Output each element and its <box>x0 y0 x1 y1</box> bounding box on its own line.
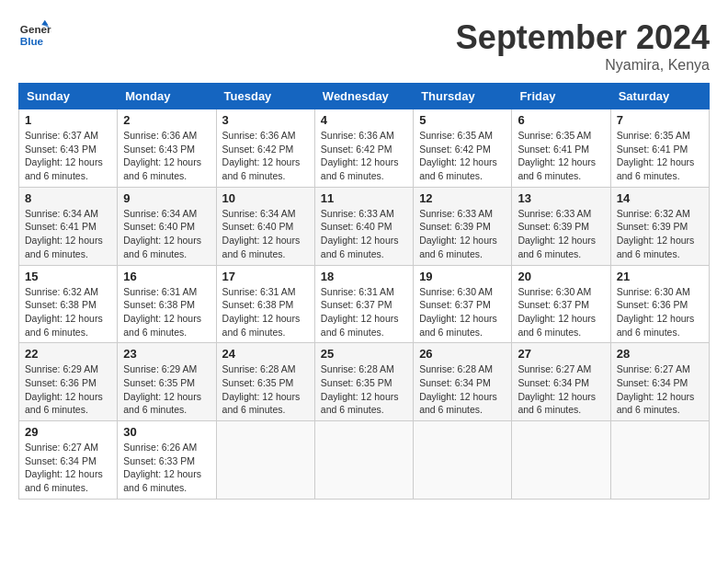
location: Nyamira, Kenya <box>456 57 710 74</box>
day-number: 29 <box>25 425 111 439</box>
day-info: Sunrise: 6:27 AMSunset: 6:34 PMDaylight:… <box>518 362 604 417</box>
day-info: Sunrise: 6:31 AMSunset: 6:38 PMDaylight:… <box>123 285 210 339</box>
table-row <box>512 421 610 500</box>
table-row: 12 Sunrise: 6:33 AMSunset: 6:39 PMDaylig… <box>414 187 512 265</box>
table-row: 21 Sunrise: 6:30 AMSunset: 6:36 PMDaylig… <box>610 265 709 343</box>
table-row <box>216 421 314 500</box>
day-number: 25 <box>321 347 407 361</box>
day-number: 21 <box>617 270 703 283</box>
day-number: 20 <box>518 270 604 283</box>
day-number: 8 <box>25 191 111 205</box>
table-row: 17 Sunrise: 6:31 AMSunset: 6:38 PMDaylig… <box>216 265 314 343</box>
table-row: 10 Sunrise: 6:34 AMSunset: 6:40 PMDaylig… <box>216 187 314 265</box>
table-row: 26 Sunrise: 6:28 AMSunset: 6:34 PMDaylig… <box>414 343 512 421</box>
calendar-week-row: 15 Sunrise: 6:32 AMSunset: 6:38 PMDaylig… <box>19 265 710 343</box>
day-number: 15 <box>25 270 111 283</box>
day-info: Sunrise: 6:31 AMSunset: 6:37 PMDaylight:… <box>321 285 407 339</box>
day-number: 22 <box>25 347 111 361</box>
table-row: 28 Sunrise: 6:27 AMSunset: 6:34 PMDaylig… <box>610 343 709 421</box>
day-number: 16 <box>123 270 210 283</box>
day-info: Sunrise: 6:37 AMSunset: 6:43 PMDaylight:… <box>25 129 111 183</box>
day-number: 1 <box>25 113 111 127</box>
table-row: 15 Sunrise: 6:32 AMSunset: 6:38 PMDaylig… <box>19 265 118 343</box>
day-info: Sunrise: 6:36 AMSunset: 6:43 PMDaylight:… <box>123 129 210 183</box>
day-number: 19 <box>419 270 506 283</box>
table-row <box>314 421 413 500</box>
day-number: 17 <box>222 270 309 283</box>
col-wednesday: Wednesday <box>314 84 413 109</box>
day-info: Sunrise: 6:26 AMSunset: 6:33 PMDaylight:… <box>123 441 210 495</box>
day-info: Sunrise: 6:27 AMSunset: 6:34 PMDaylight:… <box>617 362 703 417</box>
day-info: Sunrise: 6:30 AMSunset: 6:37 PMDaylight:… <box>518 285 604 339</box>
day-number: 14 <box>617 191 703 205</box>
day-number: 6 <box>518 113 604 127</box>
day-info: Sunrise: 6:36 AMSunset: 6:42 PMDaylight:… <box>321 129 407 183</box>
col-tuesday: Tuesday <box>216 84 314 109</box>
table-row: 14 Sunrise: 6:32 AMSunset: 6:39 PMDaylig… <box>610 187 709 265</box>
table-row: 6 Sunrise: 6:35 AMSunset: 6:41 PMDayligh… <box>512 109 610 188</box>
table-row: 11 Sunrise: 6:33 AMSunset: 6:40 PMDaylig… <box>314 187 413 265</box>
table-row: 19 Sunrise: 6:30 AMSunset: 6:37 PMDaylig… <box>414 265 512 343</box>
table-row: 18 Sunrise: 6:31 AMSunset: 6:37 PMDaylig… <box>314 265 413 343</box>
table-row: 20 Sunrise: 6:30 AMSunset: 6:37 PMDaylig… <box>512 265 610 343</box>
calendar-table: Sunday Monday Tuesday Wednesday Thursday… <box>18 83 710 500</box>
page-header: General Blue September 2024 Nyamira, Ken… <box>18 18 710 74</box>
table-row: 5 Sunrise: 6:35 AMSunset: 6:42 PMDayligh… <box>414 109 512 188</box>
table-row: 8 Sunrise: 6:34 AMSunset: 6:41 PMDayligh… <box>19 187 118 265</box>
table-row: 24 Sunrise: 6:28 AMSunset: 6:35 PMDaylig… <box>216 343 314 421</box>
table-row: 1 Sunrise: 6:37 AMSunset: 6:43 PMDayligh… <box>19 109 118 188</box>
col-friday: Friday <box>512 84 610 109</box>
table-row: 29 Sunrise: 6:27 AMSunset: 6:34 PMDaylig… <box>19 421 118 500</box>
day-number: 5 <box>419 113 506 127</box>
table-row: 23 Sunrise: 6:29 AMSunset: 6:35 PMDaylig… <box>118 343 216 421</box>
calendar-header-row: Sunday Monday Tuesday Wednesday Thursday… <box>19 84 710 109</box>
col-saturday: Saturday <box>610 84 709 109</box>
table-row: 25 Sunrise: 6:28 AMSunset: 6:35 PMDaylig… <box>314 343 413 421</box>
day-number: 27 <box>518 347 604 361</box>
day-number: 9 <box>123 191 210 205</box>
day-number: 2 <box>123 113 210 127</box>
table-row: 27 Sunrise: 6:27 AMSunset: 6:34 PMDaylig… <box>512 343 610 421</box>
day-number: 24 <box>222 347 309 361</box>
logo-icon: General Blue <box>18 18 51 52</box>
day-number: 26 <box>419 347 506 361</box>
day-info: Sunrise: 6:29 AMSunset: 6:36 PMDaylight:… <box>25 362 111 417</box>
table-row: 9 Sunrise: 6:34 AMSunset: 6:40 PMDayligh… <box>118 187 216 265</box>
day-number: 30 <box>123 425 210 439</box>
day-info: Sunrise: 6:34 AMSunset: 6:40 PMDaylight:… <box>222 207 309 261</box>
day-number: 23 <box>123 347 210 361</box>
day-info: Sunrise: 6:35 AMSunset: 6:42 PMDaylight:… <box>419 129 506 183</box>
col-monday: Monday <box>118 84 216 109</box>
calendar-week-row: 1 Sunrise: 6:37 AMSunset: 6:43 PMDayligh… <box>19 109 710 188</box>
day-info: Sunrise: 6:34 AMSunset: 6:41 PMDaylight:… <box>25 207 111 261</box>
day-info: Sunrise: 6:28 AMSunset: 6:35 PMDaylight:… <box>321 362 407 417</box>
day-info: Sunrise: 6:33 AMSunset: 6:40 PMDaylight:… <box>321 207 407 261</box>
day-info: Sunrise: 6:28 AMSunset: 6:35 PMDaylight:… <box>222 362 309 417</box>
day-number: 18 <box>321 270 407 283</box>
logo: General Blue <box>18 18 51 52</box>
day-info: Sunrise: 6:34 AMSunset: 6:40 PMDaylight:… <box>123 207 210 261</box>
day-info: Sunrise: 6:32 AMSunset: 6:38 PMDaylight:… <box>25 285 111 339</box>
title-area: September 2024 Nyamira, Kenya <box>456 18 710 74</box>
calendar-body: 1 Sunrise: 6:37 AMSunset: 6:43 PMDayligh… <box>19 109 710 500</box>
day-number: 13 <box>518 191 604 205</box>
table-row: 30 Sunrise: 6:26 AMSunset: 6:33 PMDaylig… <box>118 421 216 500</box>
table-row: 22 Sunrise: 6:29 AMSunset: 6:36 PMDaylig… <box>19 343 118 421</box>
day-info: Sunrise: 6:33 AMSunset: 6:39 PMDaylight:… <box>419 207 506 261</box>
table-row: 13 Sunrise: 6:33 AMSunset: 6:39 PMDaylig… <box>512 187 610 265</box>
calendar-week-row: 8 Sunrise: 6:34 AMSunset: 6:41 PMDayligh… <box>19 187 710 265</box>
day-info: Sunrise: 6:35 AMSunset: 6:41 PMDaylight:… <box>617 129 703 183</box>
day-info: Sunrise: 6:36 AMSunset: 6:42 PMDaylight:… <box>222 129 309 183</box>
table-row <box>414 421 512 500</box>
day-info: Sunrise: 6:29 AMSunset: 6:35 PMDaylight:… <box>123 362 210 417</box>
day-info: Sunrise: 6:30 AMSunset: 6:37 PMDaylight:… <box>419 285 506 339</box>
day-info: Sunrise: 6:31 AMSunset: 6:38 PMDaylight:… <box>222 285 309 339</box>
day-number: 4 <box>321 113 407 127</box>
col-thursday: Thursday <box>414 84 512 109</box>
day-number: 10 <box>222 191 309 205</box>
calendar-week-row: 29 Sunrise: 6:27 AMSunset: 6:34 PMDaylig… <box>19 421 710 500</box>
day-info: Sunrise: 6:32 AMSunset: 6:39 PMDaylight:… <box>617 207 703 261</box>
table-row <box>610 421 709 500</box>
day-number: 7 <box>617 113 703 127</box>
col-sunday: Sunday <box>19 84 118 109</box>
